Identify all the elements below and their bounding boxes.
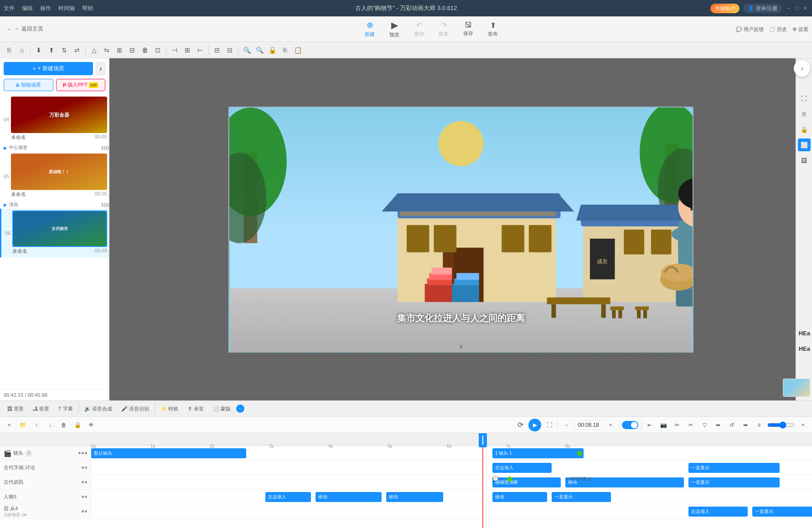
- subtool-ungroup[interactable]: ⊟: [127, 45, 138, 56]
- subtool-align-down[interactable]: ⬇: [33, 45, 44, 56]
- toolbar-undo[interactable]: ↶ 撤销: [410, 19, 428, 39]
- minimize-button[interactable]: −: [786, 5, 792, 11]
- tl-btn-background[interactable]: 🖼 背景: [4, 404, 27, 414]
- track-dot-1[interactable]: [78, 452, 81, 454]
- camera-block-1[interactable]: 1 镜头 1: [492, 448, 584, 458]
- track-dot-l2[interactable]: [85, 510, 87, 513]
- history-button[interactable]: 🕐 历史: [769, 26, 787, 33]
- toolbar-save[interactable]: 🖫 保存: [460, 19, 477, 39]
- menu-help[interactable]: 帮助: [82, 5, 93, 12]
- subtool-copy2[interactable]: ⎘: [279, 45, 290, 56]
- track-dot-pr1[interactable]: [82, 496, 84, 498]
- tl-btn-effects[interactable]: ✨ 特效: [157, 404, 182, 414]
- menu-edit[interactable]: 编辑: [22, 5, 33, 12]
- subtool-home[interactable]: ⌂: [16, 45, 27, 56]
- camera-block-default[interactable]: 默认镜头: [91, 448, 246, 458]
- canvas-music-button[interactable]: ♪: [794, 60, 810, 77]
- toolbar-redo[interactable]: ↷ 恢复: [435, 19, 452, 39]
- track-dot-p1[interactable]: [82, 466, 84, 469]
- subtool-flip-h[interactable]: ⇆: [101, 45, 112, 56]
- music-button[interactable]: ♪: [96, 62, 105, 75]
- person3-block-5[interactable]: 一直显示: [552, 492, 611, 502]
- upgrade-button[interactable]: 升级账户: [710, 4, 740, 13]
- tc-split[interactable]: ✂: [685, 420, 696, 431]
- scene-thumb-04[interactable]: 万彩金器: [11, 97, 107, 133]
- subtool-delete[interactable]: 🗑: [140, 45, 150, 56]
- menu-timeline[interactable]: 时间轴: [58, 5, 75, 12]
- comment-icon[interactable]: 💬: [492, 476, 499, 482]
- tc-frame-next[interactable]: ➡: [740, 420, 751, 431]
- layer4-block-1[interactable]: 左边渐入: [688, 507, 748, 517]
- track-dot-l1[interactable]: [82, 510, 84, 513]
- subtool-align-h[interactable]: ⇅: [59, 45, 70, 56]
- person3-block-1[interactable]: 左边渐入: [265, 492, 311, 502]
- tc-add-track[interactable]: +: [4, 420, 15, 431]
- transition-row-04[interactable]: ▶ 中心渐变 1(s): [0, 144, 109, 152]
- subtool-align-up[interactable]: ⬆: [46, 45, 57, 56]
- tl-btn-tts[interactable]: 🔊 语音合成: [81, 404, 116, 414]
- tc-move-down[interactable]: ↓: [45, 420, 56, 431]
- track-dot-pr2[interactable]: [85, 496, 87, 498]
- tc-play-button[interactable]: ▶: [528, 419, 541, 431]
- tc-folder[interactable]: 📁: [17, 420, 28, 431]
- zoom-slider[interactable]: [767, 421, 795, 429]
- menu-file[interactable]: 文件: [4, 5, 15, 12]
- subtool-zoom-in[interactable]: 🔍: [241, 45, 252, 56]
- person3-block-4[interactable]: 移动: [492, 492, 547, 502]
- painting-block-1[interactable]: 左边渐入: [492, 463, 552, 473]
- track-dot-p2[interactable]: [85, 466, 87, 469]
- subtool-group[interactable]: ⊞: [114, 45, 125, 56]
- subtool-dist-v[interactable]: ⊟: [224, 45, 235, 56]
- tl-btn-foreground[interactable]: 🏞 前景: [29, 404, 53, 414]
- track-dot-f2[interactable]: [85, 481, 87, 483]
- timeline-scroll-area[interactable]: 0s 1s 2s 3s 4s 5s 6s 7s 8s: [0, 433, 812, 528]
- canvas-resize-button[interactable]: ⛶: [798, 92, 811, 105]
- canvas-lock-button[interactable]: 🔒: [798, 123, 811, 136]
- subtool-align-v[interactable]: ⇄: [72, 45, 83, 56]
- farmer-block-3[interactable]: 一直显示: [688, 477, 780, 487]
- track-help-camera[interactable]: ?: [25, 450, 32, 457]
- subtool-paste[interactable]: 📋: [292, 45, 303, 56]
- tc-frame-prev[interactable]: ⬅: [713, 420, 724, 431]
- subtool-dist-h[interactable]: ⊟: [212, 45, 222, 56]
- track-dot-f1[interactable]: [82, 481, 84, 483]
- tl-more-button[interactable]: ···: [236, 405, 244, 413]
- track-dot-2[interactable]: [82, 452, 84, 454]
- canvas-thumbnail[interactable]: [783, 379, 810, 397]
- close-button[interactable]: ×: [802, 5, 808, 11]
- settings-button[interactable]: ⚙ 设置: [792, 26, 808, 33]
- track-dot-3[interactable]: [85, 452, 87, 454]
- tc-snapshot[interactable]: 📷: [658, 420, 669, 431]
- tc-zoom-slider[interactable]: [767, 420, 795, 431]
- subtool-align-left[interactable]: ⊣: [169, 45, 180, 56]
- tc-lock-track[interactable]: 🔒: [72, 420, 83, 431]
- tc-move-up[interactable]: ↑: [31, 420, 42, 431]
- tc-toggle-switch[interactable]: [622, 421, 638, 429]
- transition-row-05[interactable]: ▶ 淡化 1(s): [0, 200, 109, 209]
- tc-delete-track[interactable]: 🗑: [58, 420, 69, 431]
- tl-btn-mask[interactable]: ⬜ 蒙版: [209, 404, 234, 414]
- tc-loop[interactable]: ↺: [726, 420, 737, 431]
- toolbar-preview[interactable]: ▶ 预览: [386, 18, 403, 40]
- new-scene-button[interactable]: + + 新建场景: [4, 62, 93, 75]
- subtool-align-right[interactable]: ⊢: [195, 45, 206, 56]
- subtool-lock[interactable]: 🔓: [267, 45, 278, 56]
- toolbar-publish[interactable]: ⬆ 发布: [484, 19, 502, 39]
- canvas-scroll-indicator[interactable]: ∨: [459, 343, 463, 350]
- painting-block-2[interactable]: 一直显示: [688, 463, 780, 473]
- tc-eye[interactable]: 👁: [86, 420, 97, 431]
- person3-block-2[interactable]: 移动: [315, 492, 382, 502]
- back-home-button[interactable]: ← ← 返回主页: [0, 25, 51, 33]
- ai-scene-button[interactable]: A 智能场景: [4, 79, 53, 91]
- tc-rewind[interactable]: ⟳: [515, 420, 526, 431]
- canvas-thumb-button[interactable]: 🖼: [798, 154, 811, 167]
- canvas-blue-button[interactable]: ⬜: [798, 138, 811, 151]
- tc-filter[interactable]: ▽: [699, 420, 710, 431]
- scene-thumb-05[interactable]: 卖油啦！！: [11, 154, 107, 190]
- tc-speed[interactable]: ≡: [754, 420, 765, 431]
- canvas-copy-button[interactable]: ⎘: [798, 108, 811, 120]
- tc-add-keyframe[interactable]: +: [797, 420, 808, 431]
- tc-zoom-in[interactable]: +: [605, 420, 616, 431]
- menu-operate[interactable]: 操作: [40, 5, 51, 12]
- tl-btn-record[interactable]: 🎙 录音: [184, 404, 207, 414]
